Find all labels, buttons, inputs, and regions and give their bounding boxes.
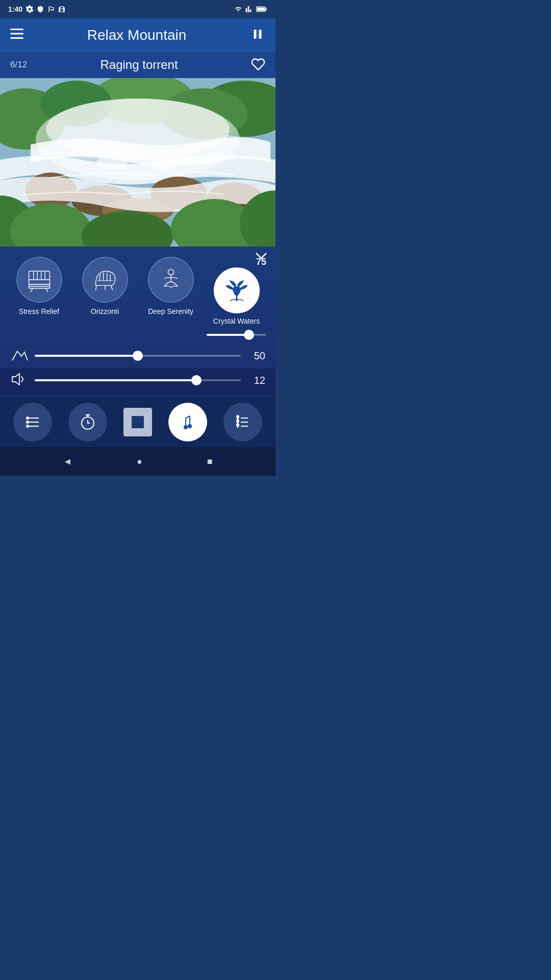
status-bar: 1:40	[0, 0, 276, 18]
home-button[interactable]: ●	[132, 451, 147, 472]
app-bar: Relax Mountain	[0, 18, 276, 52]
status-left: 1:40	[8, 5, 65, 13]
controls-panel: Stress Relief Orizzonti	[0, 247, 276, 396]
signal-bars-icon	[245, 5, 254, 13]
nature-slider[interactable]	[35, 355, 241, 357]
favorites-button[interactable]	[223, 403, 262, 442]
sound-item-deep-serenity[interactable]: Deep Serenity	[139, 257, 203, 316]
grand-piano-icon	[92, 266, 118, 293]
crystal-waters-label: Crystal Waters	[213, 316, 260, 326]
crystal-waters-slider[interactable]	[207, 334, 266, 336]
svg-point-47	[27, 417, 29, 419]
collapse-button[interactable]	[255, 251, 267, 262]
pause-button[interactable]	[250, 27, 265, 43]
android-nav-bar: ◄ ● ■	[0, 447, 276, 476]
recents-icon: ■	[207, 456, 213, 467]
crystal-waters-slider-container	[205, 326, 268, 338]
app-title: Relax Mountain	[87, 27, 187, 43]
settings-icon	[26, 5, 34, 13]
nature-slider-value: 50	[247, 350, 265, 362]
nature-icon	[10, 347, 29, 364]
svg-point-49	[27, 425, 29, 427]
svg-line-36	[95, 285, 96, 290]
svg-rect-2	[257, 8, 265, 11]
wifi-icon	[234, 6, 243, 13]
svg-rect-1	[266, 8, 267, 11]
svg-rect-53	[132, 416, 144, 428]
meditation-icon	[158, 266, 184, 293]
svg-rect-3	[10, 29, 23, 30]
home-icon: ●	[137, 456, 142, 467]
svg-line-37	[111, 285, 113, 290]
svg-rect-4	[10, 33, 23, 34]
sound-item-orizzonti[interactable]: Orizzonti	[73, 257, 137, 316]
clock-icon	[79, 413, 97, 431]
lotus-icon	[223, 277, 250, 304]
svg-point-24	[97, 155, 128, 170]
sound-item-stress-relief[interactable]: Stress Relief	[7, 257, 71, 316]
back-button[interactable]: ◄	[58, 451, 77, 472]
svg-line-34	[31, 288, 33, 292]
volume-slider-row: 12	[0, 369, 276, 396]
svg-point-43	[168, 270, 173, 275]
svg-line-39	[99, 274, 100, 281]
sound-circle-orizzonti	[82, 257, 128, 303]
signal-icon	[47, 5, 55, 13]
stop-icon	[131, 415, 145, 429]
svg-rect-5	[10, 37, 23, 39]
bottom-nav-bar	[0, 396, 276, 447]
deep-serenity-label: Deep Serenity	[148, 307, 193, 316]
track-info-bar: 6/12 Raging torrent	[0, 52, 276, 78]
piano-icon	[26, 266, 53, 293]
heart-list-icon	[234, 413, 252, 431]
volume-slider-value: 12	[247, 375, 265, 386]
stop-button[interactable]	[123, 408, 152, 436]
nature-slider-row: 50	[0, 338, 276, 369]
pause-icon	[250, 27, 265, 42]
volume-slider[interactable]	[35, 379, 241, 381]
orizzonti-label: Orizzonti	[91, 307, 119, 316]
sim-icon	[58, 5, 65, 13]
recents-button[interactable]: ■	[202, 451, 218, 472]
waterfall-image	[0, 78, 276, 247]
svg-line-35	[46, 288, 48, 292]
timer-button[interactable]	[68, 403, 107, 442]
favorite-button[interactable]	[251, 57, 265, 73]
sound-item-crystal-waters[interactable]: 75 Crysta	[205, 257, 268, 338]
battery-icon	[256, 6, 267, 13]
volume-icon	[10, 372, 29, 389]
svg-point-48	[27, 421, 29, 423]
svg-rect-26	[29, 271, 49, 284]
svg-point-55	[188, 425, 191, 428]
track-name: Raging torrent	[101, 58, 178, 72]
playlist-icon	[23, 413, 42, 431]
shield-icon	[37, 5, 44, 13]
hamburger-icon	[10, 29, 23, 39]
track-number: 6/12	[10, 60, 27, 70]
back-icon: ◄	[63, 456, 72, 467]
menu-button[interactable]	[10, 29, 23, 42]
stress-relief-label: Stress Relief	[19, 307, 59, 316]
sound-icons-row: Stress Relief Orizzonti	[0, 252, 276, 338]
sound-circle-deep-serenity	[148, 257, 194, 303]
sound-circle-crystal-waters	[214, 267, 260, 313]
playlist-button[interactable]	[13, 403, 52, 442]
svg-point-54	[184, 426, 187, 429]
sound-circle-stress-relief	[16, 257, 62, 303]
status-right	[234, 5, 267, 13]
time-display: 1:40	[8, 5, 22, 13]
music-button[interactable]	[168, 403, 207, 442]
music-note-icon	[179, 413, 197, 431]
svg-point-25	[151, 159, 176, 171]
chevron-down-icon	[255, 251, 267, 261]
heart-icon	[251, 57, 265, 71]
svg-line-40	[103, 273, 104, 281]
